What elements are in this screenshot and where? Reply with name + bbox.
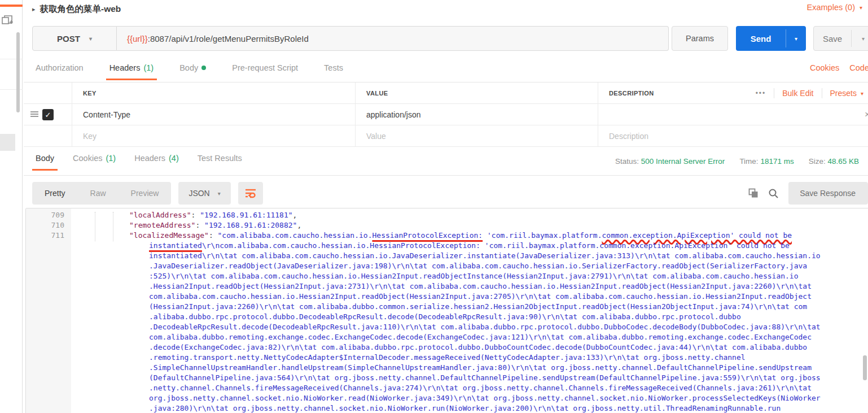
code-line: .Hessian2Input.readObject(Hessian2Input.… [26, 281, 868, 292]
remove-header-icon[interactable]: × [865, 109, 868, 120]
description-input-placeholder[interactable]: Description [609, 132, 648, 141]
save-button[interactable]: Save ▾ [813, 26, 868, 51]
response-body-viewer[interactable]: 709"localAddress": "192.168.91.61:11181"… [25, 208, 868, 413]
headers-count-badge: (1) [143, 63, 154, 72]
red-underline-annotation: HessianProtocolException: [372, 231, 483, 240]
response-tab-cookies[interactable]: Cookies (1) [69, 154, 119, 171]
header-key-cell[interactable]: Content-Type [83, 110, 130, 119]
divider [24, 175, 868, 176]
send-label[interactable]: Send [736, 26, 786, 51]
value-input-placeholder[interactable]: Value [366, 132, 386, 141]
sidebar-edge [0, 0, 23, 413]
sidebar-active-indicator [0, 5, 23, 7]
drag-handle-icon[interactable] [30, 111, 38, 117]
url-input[interactable]: {{url}}:8087/api/v1/role/getMenuPermitsB… [117, 26, 669, 51]
save-response-button[interactable]: Save Response [788, 182, 868, 205]
code-line: 710"remoteAddress": "192.168.91.61:20882… [26, 220, 868, 231]
presets-dropdown[interactable]: Presets ▾ [830, 89, 864, 98]
sidebar-selected-item[interactable] [0, 134, 15, 151]
response-meta: Status: 500 Internal Server Error Time: … [615, 157, 859, 166]
code-link[interactable]: Code [849, 63, 868, 72]
save-options-caret[interactable]: ▾ [852, 27, 868, 50]
view-raw[interactable]: Raw [78, 182, 119, 205]
response-tab-body[interactable]: Body [32, 154, 58, 171]
code-line: instantiated\r\ncom.alibaba.com.caucho.h… [26, 241, 868, 251]
examples-dropdown[interactable]: Examples (0) ▾ [807, 3, 862, 12]
code-line: org.jboss.netty.channel.socket.nio.NioWo… [26, 393, 868, 403]
line-number: 710 [26, 220, 64, 231]
divider [774, 88, 774, 98]
sidebar-scrollbar[interactable] [16, 32, 20, 112]
code-line: 711"localizedMessage": "com.alibaba.com.… [26, 231, 868, 241]
column-key: KEY [83, 90, 97, 97]
format-dropdown[interactable]: JSON ▾ [178, 182, 230, 205]
code-lines: 709"localAddress": "192.168.91.61:11181"… [26, 210, 868, 413]
code-line: (Hessian2Input.java:2260)\r\n\tat com.al… [26, 302, 868, 312]
bulk-edit-link[interactable]: Bulk Edit [782, 89, 813, 98]
view-pretty[interactable]: Pretty [32, 182, 78, 205]
status-badge: Status: 500 Internal Server Error [615, 157, 725, 166]
body-filled-dot-icon [201, 66, 206, 70]
more-options-icon[interactable]: ••• [756, 89, 766, 97]
tab-pre-request-script[interactable]: Pre-request Script [229, 63, 301, 80]
code-line: (DefaultChannelPipeline.java:564)\r\n\ta… [26, 373, 868, 383]
search-icon[interactable] [768, 188, 779, 199]
code-line: .netty.channel.Channels.fireMessageRecei… [26, 383, 868, 393]
format-label: JSON [188, 189, 209, 198]
send-options-caret[interactable]: ▾ [786, 26, 806, 51]
code-line: com.alibaba.dubbo.remoting.exchange.code… [26, 332, 868, 342]
send-button[interactable]: Send ▾ [736, 26, 806, 51]
header-row-content-type: ✓ Content-Type application/json × [24, 104, 868, 125]
time-badge: Time: 18171 ms [739, 157, 794, 166]
caret-down-icon: ▾ [89, 36, 92, 42]
check-icon: ✓ [45, 111, 51, 119]
code-line: 709"localAddress": "192.168.91.61:11181"… [26, 210, 868, 220]
column-value: VALUE [366, 90, 388, 97]
key-input-placeholder[interactable]: Key [83, 132, 97, 141]
cookies-count-badge: (1) [106, 154, 116, 163]
tab-headers[interactable]: Headers (1) [106, 63, 157, 80]
cookies-link[interactable]: Cookies [810, 63, 839, 72]
divider [822, 88, 822, 98]
caret-down-icon: ▾ [218, 190, 221, 197]
request-collapse-icon[interactable]: ▸ [32, 6, 36, 13]
line-number: 709 [26, 210, 64, 220]
method-selector[interactable]: POST ▾ [32, 26, 117, 51]
caret-down-icon: ▾ [795, 36, 797, 42]
wrap-text-button[interactable] [238, 182, 263, 205]
tab-tests[interactable]: Tests [321, 63, 347, 80]
view-preview[interactable]: Preview [119, 182, 172, 205]
response-tab-test-results[interactable]: Test Results [194, 154, 246, 171]
new-tab-icon[interactable] [2, 15, 13, 26]
code-line: .decode(ExchangeCodec.java:82)\r\n\tat c… [26, 342, 868, 353]
column-description: DESCRIPTION [609, 90, 654, 97]
code-line: com.alibaba.com.caucho.hessian.io.Hessia… [26, 292, 868, 302]
header-row-new: Key Value Description [24, 125, 868, 147]
header-value-cell[interactable]: application/json [366, 110, 421, 119]
response-tab-headers[interactable]: Headers (4) [131, 154, 182, 171]
wrap-text-icon [244, 188, 257, 198]
red-underline-annotation: instantiated [149, 241, 202, 250]
postman-window: { "glyphs": { "caret": "▾", "triangle": … [0, 0, 868, 413]
caret-down-icon: ▾ [862, 36, 865, 42]
params-button[interactable]: Params [672, 26, 728, 51]
response-view-switch: Pretty Raw Preview [32, 182, 171, 205]
line-number: 711 [26, 231, 64, 241]
tab-body[interactable]: Body [176, 63, 209, 80]
caret-down-icon: ▾ [860, 5, 862, 11]
request-panel: ▸ 获取角色的菜单-web Examples (0) ▾ POST ▾ {{ur… [24, 0, 868, 413]
save-label[interactable]: Save [814, 27, 851, 50]
red-underline-annotation: common.exception.ApiException' could not… [602, 231, 792, 240]
code-line: .JavaDeserializer.readObject(JavaDeseria… [26, 261, 868, 271]
headers-table: KEY VALUE DESCRIPTION ••• Bulk Edit Pres… [24, 82, 868, 147]
url-path: :8087/api/v1/role/getMenuPermitsByRoleId [148, 34, 309, 44]
copy-icon[interactable] [748, 188, 759, 198]
tab-authorization[interactable]: Authorization [32, 63, 87, 80]
method-label: POST [57, 34, 80, 44]
code-line: :525)\r\n\tat com.alibaba.com.caucho.hes… [26, 271, 868, 281]
caret-down-icon: ▾ [861, 90, 863, 97]
code-line: .DecodeableRpcResult.decode(DecodeableRp… [26, 322, 868, 332]
headers-table-header-row: KEY VALUE DESCRIPTION ••• Bulk Edit Pres… [24, 82, 868, 104]
header-enabled-checkbox[interactable]: ✓ [42, 109, 54, 120]
response-scrollbar[interactable] [863, 355, 867, 380]
